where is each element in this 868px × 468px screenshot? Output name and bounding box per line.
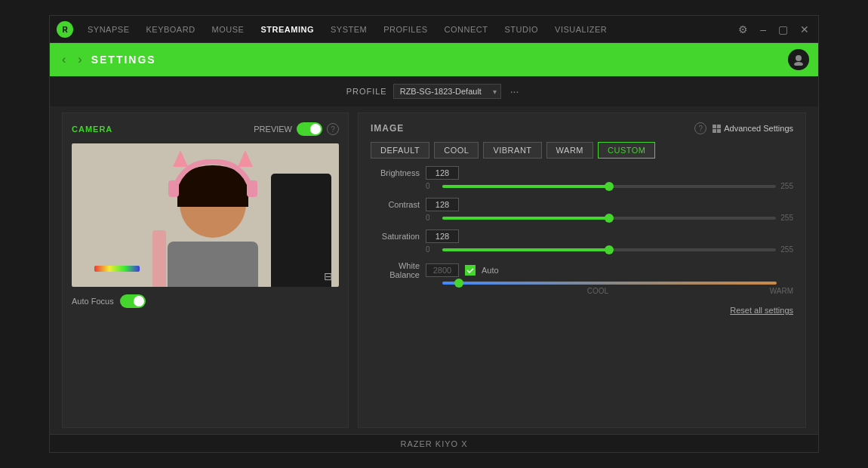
preview-toggle[interactable] <box>297 122 322 136</box>
tab-visualizer[interactable]: VISUALIZER <box>547 22 614 37</box>
screenshot-icon[interactable]: ⊟ <box>324 270 333 282</box>
svg-point-2 <box>796 55 802 61</box>
preset-vibrant[interactable]: VIBRANT <box>483 142 541 159</box>
saturation-row: Saturation <box>371 229 793 243</box>
auto-focus-row: Auto Focus <box>72 294 339 308</box>
app-window: R SYNAPSE KEYBOARD MOUSE STREAMING SYSTE… <box>49 15 819 453</box>
back-arrow[interactable]: ‹ <box>59 51 69 68</box>
tab-keyboard[interactable]: KEYBOARD <box>138 22 202 37</box>
camera-header: CAMERA PREVIEW ? <box>72 122 339 136</box>
svg-point-3 <box>794 62 803 66</box>
settings-button[interactable]: ⚙ <box>735 22 751 37</box>
tab-connect[interactable]: CONNECT <box>437 22 496 37</box>
preview-help-icon[interactable]: ? <box>327 123 339 135</box>
tab-studio[interactable]: STUDIO <box>497 22 546 37</box>
minimize-button[interactable]: – <box>757 22 769 37</box>
brightness-label: Brightness <box>371 168 420 177</box>
status-bar: RAZER KIYO X <box>50 434 818 452</box>
body <box>168 242 258 287</box>
white-balance-track-row <box>371 282 793 285</box>
preset-cool[interactable]: COOL <box>434 142 479 159</box>
auto-checkbox[interactable] <box>465 265 476 276</box>
forward-arrow[interactable]: › <box>75 51 85 68</box>
contrast-thumb[interactable] <box>605 214 614 223</box>
desk-light <box>94 266 140 272</box>
white-balance-label: White Balance <box>371 261 420 279</box>
main-content: CAMERA PREVIEW ? <box>50 106 818 434</box>
brightness-slider[interactable] <box>442 185 776 188</box>
user-avatar[interactable] <box>788 49 809 70</box>
tab-profiles[interactable]: PROFILES <box>376 22 435 37</box>
saturation-group: Saturation 0 255 <box>371 229 793 254</box>
brightness-max: 255 <box>780 182 793 190</box>
tab-synapse[interactable]: SYNAPSE <box>80 22 137 37</box>
wb-cool-label: COOL <box>587 287 608 295</box>
brightness-group: Brightness 0 255 <box>371 166 793 190</box>
close-button[interactable]: ✕ <box>797 22 812 37</box>
image-help-icon[interactable]: ? <box>694 122 706 134</box>
tab-mouse[interactable]: MOUSE <box>205 22 252 37</box>
contrast-group: Contrast 0 255 <box>371 198 793 222</box>
white-balance-input[interactable] <box>426 263 459 277</box>
preview-label: PREVIEW <box>254 125 292 134</box>
headphone-ear-left <box>168 180 179 197</box>
title-bar: R SYNAPSE KEYBOARD MOUSE STREAMING SYSTE… <box>50 16 818 43</box>
preview-row: PREVIEW ? <box>254 122 339 136</box>
saturation-thumb[interactable] <box>605 245 614 254</box>
profile-label: PROFILE <box>346 87 387 96</box>
cat-ear-right <box>238 150 253 167</box>
image-section-label: IMAGE <box>371 123 404 134</box>
microphone <box>152 230 166 287</box>
camera-preview: ⊟ <box>72 143 339 287</box>
white-balance-thumb[interactable] <box>454 279 463 288</box>
auto-label: Auto <box>482 266 499 275</box>
contrast-row: Contrast <box>371 198 793 211</box>
cat-ear-left <box>173 150 188 167</box>
advanced-settings-button[interactable]: Advanced Settings <box>713 124 793 133</box>
brightness-row: Brightness <box>371 166 793 180</box>
maximize-button[interactable]: ▢ <box>775 22 791 37</box>
profile-more-button[interactable]: ··· <box>507 84 522 99</box>
brightness-thumb[interactable] <box>605 182 614 191</box>
profile-dropdown[interactable]: RZB-SG-1823-Default <box>393 84 501 99</box>
headphone-ear-right <box>247 180 257 197</box>
image-header: IMAGE ? Advanced Settings <box>371 122 793 134</box>
brightness-track-row: 0 255 <box>371 182 793 190</box>
preset-custom[interactable]: CUSTOM <box>598 142 655 159</box>
saturation-slider[interactable] <box>442 248 776 251</box>
brightness-input[interactable] <box>426 166 459 180</box>
contrast-label: Contrast <box>371 200 420 209</box>
brightness-min: 0 <box>426 182 438 190</box>
reset-row: Reset all settings <box>371 306 793 315</box>
tab-system[interactable]: SYSTEM <box>323 22 374 37</box>
contrast-slider[interactable] <box>442 217 776 220</box>
contrast-min: 0 <box>426 214 438 222</box>
window-controls: ⚙ – ▢ ✕ <box>735 22 812 37</box>
razer-logo: R <box>56 20 74 38</box>
image-panel: IMAGE ? Advanced Settings DEFAULT COOL <box>358 112 806 428</box>
profile-row: PROFILE RZB-SG-1823-Default ··· <box>50 76 818 106</box>
white-balance-row: White Balance Auto <box>371 261 793 279</box>
contrast-track-row: 0 255 <box>371 214 793 222</box>
preset-default[interactable]: DEFAULT <box>371 142 429 159</box>
contrast-max: 255 <box>780 214 793 222</box>
brightness-fill <box>442 185 609 188</box>
camera-label: CAMERA <box>72 125 112 134</box>
saturation-input[interactable] <box>426 229 459 243</box>
white-balance-slider[interactable] <box>442 282 777 285</box>
preset-warm[interactable]: WARM <box>546 142 593 159</box>
white-balance-group: White Balance Auto COOL <box>371 261 793 295</box>
svg-text:R: R <box>62 26 68 34</box>
white-balance-labels: COOL WARM <box>371 287 793 295</box>
nav-tabs: SYNAPSE KEYBOARD MOUSE STREAMING SYSTEM … <box>80 22 735 37</box>
preset-buttons: DEFAULT COOL VIBRANT WARM CUSTOM <box>371 142 793 159</box>
settings-title: SETTINGS <box>91 54 782 66</box>
saturation-track-row: 0 255 <box>371 245 793 254</box>
contrast-input[interactable] <box>426 198 459 211</box>
saturation-label: Saturation <box>371 232 420 241</box>
auto-focus-toggle[interactable] <box>120 294 146 308</box>
tab-streaming[interactable]: STREAMING <box>253 22 322 37</box>
grid-icon <box>713 125 721 133</box>
reset-all-link[interactable]: Reset all settings <box>730 306 793 315</box>
saturation-fill <box>442 248 609 251</box>
